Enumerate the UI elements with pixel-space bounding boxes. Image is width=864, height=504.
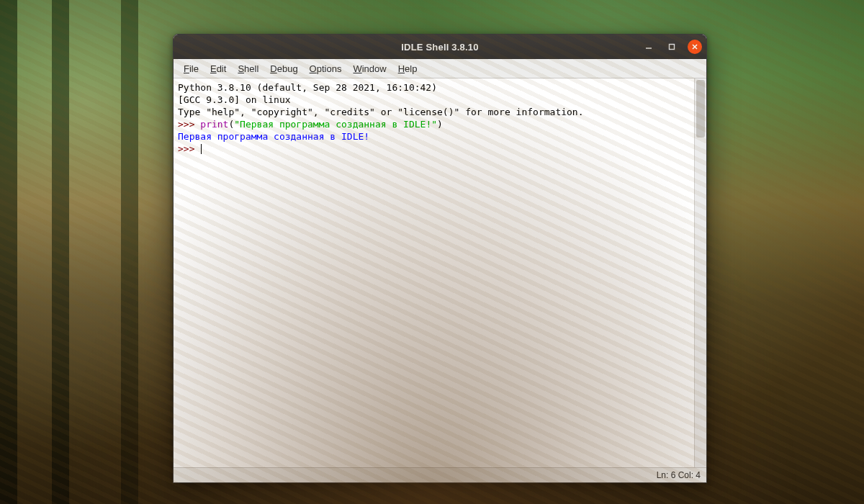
cursor-position: Ln: 6 Col: 4 (657, 470, 701, 480)
scrollbar-thumb[interactable] (696, 80, 705, 138)
menu-edit[interactable]: Edit (204, 62, 232, 76)
menu-debug[interactable]: Debug (264, 62, 303, 76)
maximize-button[interactable] (665, 40, 679, 54)
menu-help[interactable]: Help (392, 62, 423, 76)
token-string: "Первая программа созданная в IDLE!" (234, 119, 437, 130)
token-close-paren: ) (437, 119, 443, 130)
output-line: Первая программа созданная в IDLE! (178, 131, 369, 142)
text-caret (201, 144, 202, 154)
svg-line-3 (693, 45, 697, 49)
desktop-wallpaper: IDLE Shell 3.8.10 File Edit Shell Debug … (0, 0, 864, 504)
prompt-1: >>> (178, 119, 200, 130)
window-title: IDLE Shell 3.8.10 (401, 42, 478, 53)
close-button[interactable] (688, 40, 702, 54)
svg-line-2 (693, 45, 697, 49)
vertical-scrollbar[interactable] (694, 78, 706, 467)
banner-line-0: Python 3.8.10 (default, Sep 28 2021, 16:… (178, 82, 443, 93)
statusbar: Ln: 6 Col: 4 (174, 467, 706, 482)
token-builtin: print (200, 119, 228, 130)
prompt-2: >>> (178, 143, 200, 154)
window-buttons (642, 40, 702, 54)
svg-rect-1 (670, 45, 675, 50)
minimize-button[interactable] (642, 40, 656, 54)
menubar: File Edit Shell Debug Options Window Hel… (174, 59, 706, 78)
menu-options[interactable]: Options (304, 62, 348, 76)
banner-line-1: [GCC 9.3.0] on linux (178, 94, 291, 105)
menu-file[interactable]: File (178, 62, 204, 76)
menu-window[interactable]: Window (347, 62, 392, 76)
shell-body: Python 3.8.10 (default, Sep 28 2021, 16:… (174, 78, 706, 467)
shell-text-area[interactable]: Python 3.8.10 (default, Sep 28 2021, 16:… (174, 78, 694, 467)
menu-shell[interactable]: Shell (232, 62, 264, 76)
idle-shell-window: IDLE Shell 3.8.10 File Edit Shell Debug … (173, 34, 707, 483)
titlebar[interactable]: IDLE Shell 3.8.10 (174, 35, 706, 59)
token-open-paren: ( (228, 119, 234, 130)
banner-line-2: Type "help", "copyright", "credits" or "… (178, 107, 584, 117)
